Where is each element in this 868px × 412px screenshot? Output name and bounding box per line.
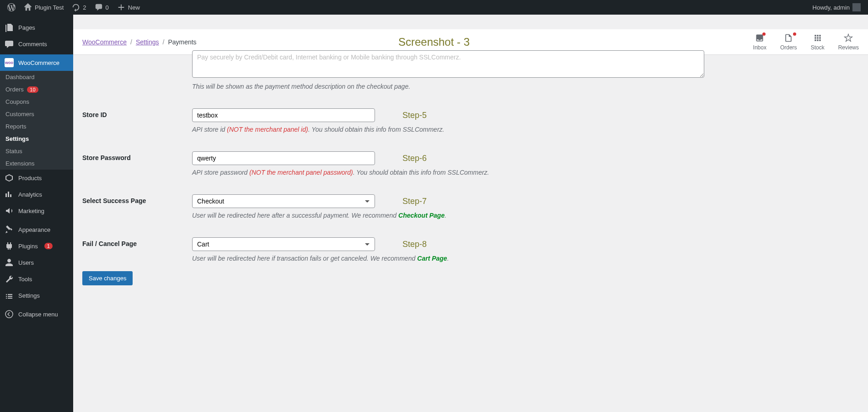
new-link[interactable]: New [113, 0, 144, 15]
submenu-customers[interactable]: Customers [0, 108, 73, 120]
sidebar-item-users[interactable]: Users [0, 254, 73, 271]
notification-dot [793, 32, 796, 36]
sidebar-label: Settings [18, 292, 40, 299]
avatar-icon [852, 3, 861, 11]
howdy-text: Howdy, admin [813, 4, 850, 11]
submenu-dashboard[interactable]: Dashboard [0, 71, 73, 83]
sidebar-label: Tools [18, 276, 32, 283]
breadcrumb-sep: / [162, 38, 164, 46]
breadcrumb-sep: / [130, 38, 132, 46]
submenu-settings[interactable]: Settings [0, 133, 73, 145]
appearance-icon [5, 225, 14, 234]
fail-page-help: User will be redirected here if transact… [192, 255, 704, 262]
submenu-coupons[interactable]: Coupons [0, 96, 73, 108]
admin-sidebar: Pages Comments woo WooCommerce Dashboard… [0, 15, 73, 304]
update-icon [72, 3, 80, 11]
step-7-label: Step-7 [402, 197, 427, 206]
sidebar-item-plugins[interactable]: Plugins 1 [0, 238, 73, 254]
description-textarea[interactable]: Pay securely by Credit/Debit card, Inter… [192, 50, 704, 78]
sidebar-label: Comments [18, 41, 47, 48]
activity-panel: Inbox Orders Stock Reviews [753, 33, 859, 51]
account-link[interactable]: Howdy, admin [809, 0, 864, 15]
orders-button[interactable]: Orders [780, 33, 797, 51]
wordpress-icon [7, 3, 16, 11]
orders-icon [784, 33, 793, 43]
sidebar-item-pages[interactable]: Pages [0, 19, 73, 36]
step-6-label: Step-6 [402, 154, 427, 163]
inbox-button[interactable]: Inbox [753, 33, 766, 51]
stock-icon [813, 33, 822, 43]
sidebar-item-tools[interactable]: Tools [0, 271, 73, 287]
site-name: Plugin Test [35, 4, 64, 11]
comments-icon [5, 39, 14, 48]
sidebar-item-appearance[interactable]: Appearance [0, 221, 73, 238]
store-id-help: API store id (NOT the merchant panel id)… [192, 126, 704, 133]
breadcrumb: WooCommerce / Settings / Payments [82, 38, 197, 46]
comment-icon [95, 3, 103, 11]
site-name-link[interactable]: Plugin Test [20, 0, 67, 15]
fail-page-select[interactable]: Cart [192, 237, 375, 251]
updates-link[interactable]: 2 [68, 0, 90, 15]
new-label: New [128, 4, 140, 11]
plugins-badge: 1 [44, 243, 53, 249]
success-page-select[interactable]: Checkout [192, 194, 375, 208]
home-icon [24, 3, 32, 11]
woocommerce-icon: woo [5, 58, 14, 67]
comments-count: 0 [106, 4, 109, 11]
submenu-status[interactable]: Status [0, 145, 73, 157]
inbox-label: Reviews [838, 44, 859, 51]
inbox-label: Inbox [753, 44, 766, 51]
store-id-input[interactable] [192, 108, 375, 122]
success-page-label: Select Success Page [82, 194, 183, 219]
breadcrumb-current: Payments [168, 38, 196, 46]
store-id-label: Store ID [82, 108, 183, 133]
sidebar-item-marketing[interactable]: Marketing [0, 203, 73, 219]
success-page-help: User will be redirected here after a suc… [192, 212, 704, 219]
wp-logo[interactable] [4, 0, 19, 15]
breadcrumb-woocommerce[interactable]: WooCommerce [82, 38, 127, 46]
sidebar-item-analytics[interactable]: Analytics [0, 186, 73, 203]
sidebar-label: Products [18, 175, 42, 182]
sidebar-item-settings[interactable]: Settings [0, 287, 73, 304]
reviews-button[interactable]: Reviews [838, 33, 859, 51]
sidebar-label: Pages [18, 24, 35, 31]
settings-form: Pay securely by Credit/Debit card, Inter… [73, 41, 868, 304]
step-5-label: Step-5 [402, 111, 427, 120]
store-password-help: API store password (NOT the merchant pan… [192, 169, 704, 176]
sidebar-item-comments[interactable]: Comments [0, 36, 73, 52]
sidebar-label: Appearance [18, 226, 50, 233]
marketing-icon [5, 206, 14, 215]
step-8-label: Step-8 [402, 240, 427, 249]
inbox-label: Orders [780, 44, 797, 51]
admin-bar: Plugin Test 2 0 New Howdy, admin [0, 0, 868, 15]
store-password-label: Store Password [82, 151, 183, 176]
notification-dot [762, 32, 766, 36]
store-password-input[interactable] [192, 151, 375, 165]
tools-icon [5, 274, 14, 284]
plus-icon [117, 3, 125, 11]
sidebar-item-woocommerce[interactable]: woo WooCommerce [0, 54, 73, 71]
fail-page-label: Fail / Cancel Page [82, 237, 183, 262]
sidebar-label: WooCommerce [18, 59, 59, 66]
sidebar-label: Plugins [18, 243, 38, 250]
plugins-icon [5, 241, 14, 251]
stock-button[interactable]: Stock [811, 33, 825, 51]
submenu-orders[interactable]: Orders 10 [0, 83, 73, 96]
sidebar-label: Marketing [18, 208, 44, 214]
save-changes-button[interactable]: Save changes [82, 271, 133, 285]
comments-link[interactable]: 0 [91, 0, 113, 15]
users-icon [5, 258, 14, 267]
breadcrumb-settings[interactable]: Settings [136, 38, 159, 46]
main-content: WooCommerce / Settings / Payments Screen… [73, 29, 868, 304]
description-label-cut [82, 50, 183, 90]
reviews-icon [844, 33, 853, 43]
sidebar-item-media-cut[interactable] [0, 15, 73, 19]
settings-icon [5, 291, 14, 300]
submenu-extensions[interactable]: Extensions [0, 157, 73, 170]
submenu-reports[interactable]: Reports [0, 120, 73, 133]
sidebar-item-products[interactable]: Products [0, 170, 73, 186]
page-headline: Screenshot - 3 [398, 36, 470, 48]
woocommerce-submenu: Dashboard Orders 10 Coupons Customers Re… [0, 71, 73, 170]
products-icon [5, 173, 14, 182]
description-help: This will be shown as the payment method… [192, 83, 704, 90]
